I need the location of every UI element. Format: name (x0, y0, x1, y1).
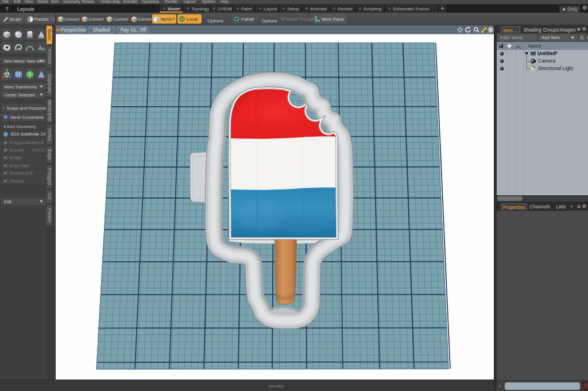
svg-text:Shaded: Shaded (93, 27, 110, 33)
svg-text:Perspective: Perspective (60, 27, 86, 33)
svg-text:Ray GL: Off: Ray GL: Off (121, 27, 146, 33)
svg-text:&: & (42, 47, 46, 52)
